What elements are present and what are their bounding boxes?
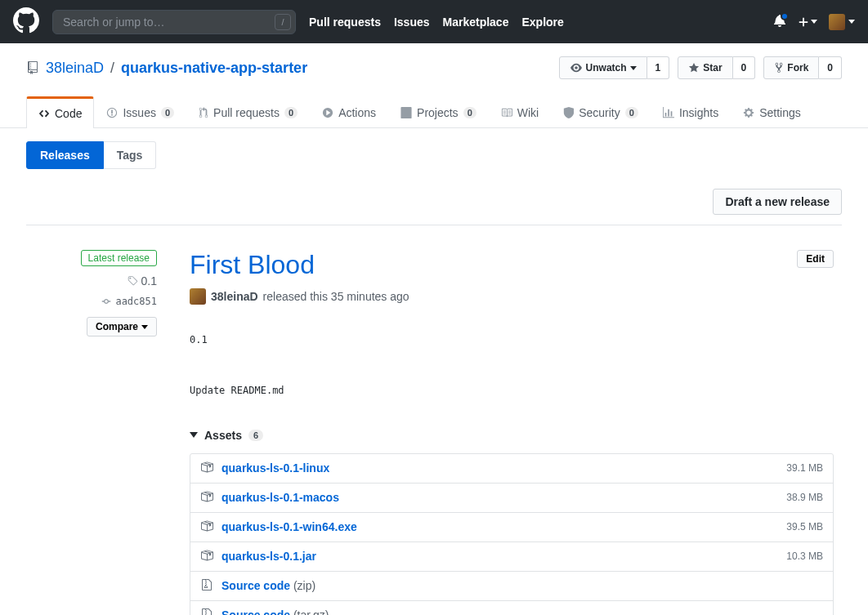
asset-size: 39.1 MB <box>786 462 823 474</box>
asset-row: quarkus-ls-0.1-win64.exe39.5 MB <box>190 512 833 541</box>
caret-down-icon <box>811 20 817 24</box>
tab-issues[interactable]: Issues 0 <box>94 96 186 128</box>
notifications-button[interactable] <box>773 14 786 29</box>
tab-label: Projects <box>417 106 459 119</box>
create-new-menu[interactable] <box>798 16 817 28</box>
code-icon <box>38 108 50 119</box>
tab-projects[interactable]: Projects 0 <box>388 96 489 128</box>
tab-label: Insights <box>679 106 718 119</box>
project-icon <box>400 107 412 118</box>
repo-head: 38leinaD / quarkus-native-app-starter Un… <box>0 43 868 79</box>
author-avatar[interactable] <box>190 288 206 305</box>
tab-counter: 0 <box>463 107 477 118</box>
play-icon <box>322 107 333 118</box>
issue-icon <box>106 107 118 118</box>
fork-button[interactable]: Fork <box>763 56 819 79</box>
tab-code[interactable]: Code <box>26 96 94 128</box>
asset-link[interactable]: quarkus-ls-0.1-win64.exe <box>221 520 357 533</box>
compare-button[interactable]: Compare <box>87 317 157 336</box>
user-avatar <box>829 14 845 30</box>
compare-label: Compare <box>96 321 138 332</box>
global-nav: Pull requests Issues Marketplace Explore <box>309 16 564 29</box>
assets-toggle[interactable]: Assets 6 <box>190 429 834 442</box>
asset-row: quarkus-ls-0.1.jar10.3 MB <box>190 541 833 571</box>
releases-subnav: Releases Tags <box>0 128 868 169</box>
repo-nav: Code Issues 0 Pull requests 0 Actions Pr… <box>0 96 868 128</box>
fork-icon <box>774 62 784 74</box>
package-icon <box>200 519 213 535</box>
package-icon <box>200 490 213 506</box>
repo-name-link[interactable]: quarkus-native-app-starter <box>121 60 307 77</box>
repo-owner-link[interactable]: 38leinaD <box>46 60 104 77</box>
commit-icon <box>101 296 112 306</box>
tab-label: Security <box>579 106 620 119</box>
nav-explore[interactable]: Explore <box>521 16 563 29</box>
file-zip-icon <box>200 578 213 594</box>
star-button[interactable]: Star <box>678 56 732 79</box>
tab-wiki[interactable]: Wiki <box>489 96 551 128</box>
tab-insights[interactable]: Insights <box>651 96 731 128</box>
caret-down-icon <box>630 66 637 70</box>
tab-label: Issues <box>123 106 155 119</box>
release-meta: Latest release 0.1 aadc851 Compare <box>26 250 173 615</box>
fork-count[interactable]: 0 <box>819 56 842 79</box>
caret-down-icon <box>848 20 855 24</box>
tab-label: Pull requests <box>213 106 280 119</box>
tab-pull-requests[interactable]: Pull requests 0 <box>186 96 310 128</box>
asset-size: 10.3 MB <box>786 550 823 562</box>
search-input[interactable] <box>52 10 296 34</box>
tab-actions[interactable]: Actions <box>310 96 388 128</box>
pull-request-icon <box>199 107 208 118</box>
asset-size: 39.5 MB <box>786 521 823 533</box>
star-count[interactable]: 0 <box>733 56 756 79</box>
subnav-releases[interactable]: Releases <box>26 141 104 169</box>
asset-link[interactable]: Source code (zip) <box>221 579 315 592</box>
tab-settings[interactable]: Settings <box>731 96 813 128</box>
tab-counter: 0 <box>284 107 298 118</box>
asset-link[interactable]: quarkus-ls-0.1-linux <box>221 461 329 475</box>
release-commit-link[interactable]: aadc851 <box>26 296 157 307</box>
release-authorship: 38leinaD released this 35 minutes ago <box>190 288 834 305</box>
github-logo[interactable] <box>13 7 39 36</box>
repo-icon <box>26 61 39 74</box>
caret-down-icon <box>141 325 148 329</box>
asset-link[interactable]: quarkus-ls-0.1-macos <box>221 491 339 504</box>
notification-indicator-dot <box>781 12 789 20</box>
nav-marketplace[interactable]: Marketplace <box>443 16 509 29</box>
package-icon <box>200 549 213 564</box>
commit-sha: aadc851 <box>115 296 157 307</box>
release-tag-link[interactable]: 0.1 <box>26 274 157 287</box>
tab-counter: 0 <box>625 107 638 118</box>
repo-title: 38leinaD / quarkus-native-app-starter <box>26 60 307 77</box>
asset-row: quarkus-ls-0.1-linux39.1 MB <box>190 454 833 483</box>
search-slash-hint: / <box>275 14 291 30</box>
edit-release-button[interactable]: Edit <box>797 250 834 268</box>
search-container: / <box>52 10 296 34</box>
unwatch-button[interactable]: Unwatch <box>559 56 647 79</box>
subnav-tags[interactable]: Tags <box>104 141 157 169</box>
tab-label: Actions <box>338 106 376 119</box>
asset-row: quarkus-ls-0.1-macos38.9 MB <box>190 483 833 512</box>
asset-row: Source code (tar.gz) <box>190 600 833 615</box>
release-title-link[interactable]: First Blood <box>190 250 315 280</box>
nav-pull-requests[interactable]: Pull requests <box>309 16 381 29</box>
author-link[interactable]: 38leinaD <box>211 290 258 303</box>
global-header: / Pull requests Issues Marketplace Explo… <box>0 0 868 43</box>
gear-icon <box>743 107 754 118</box>
star-icon <box>688 62 700 74</box>
watch-group: Unwatch 1 <box>559 56 670 79</box>
path-separator: / <box>110 60 114 77</box>
book-icon <box>501 107 512 118</box>
star-label: Star <box>703 60 722 76</box>
user-menu[interactable] <box>829 14 855 30</box>
eye-icon <box>570 62 583 74</box>
fork-label: Fork <box>787 60 808 76</box>
asset-link[interactable]: Source code (tar.gz) <box>221 608 329 615</box>
draft-release-button[interactable]: Draft a new release <box>713 189 842 215</box>
released-time-text: released this 35 minutes ago <box>263 290 409 303</box>
nav-issues[interactable]: Issues <box>394 16 430 29</box>
watchers-count[interactable]: 1 <box>647 56 670 79</box>
assets-section: Assets 6 quarkus-ls-0.1-linux39.1 MBquar… <box>190 429 834 615</box>
asset-link[interactable]: quarkus-ls-0.1.jar <box>221 550 316 563</box>
tab-security[interactable]: Security 0 <box>551 96 651 128</box>
